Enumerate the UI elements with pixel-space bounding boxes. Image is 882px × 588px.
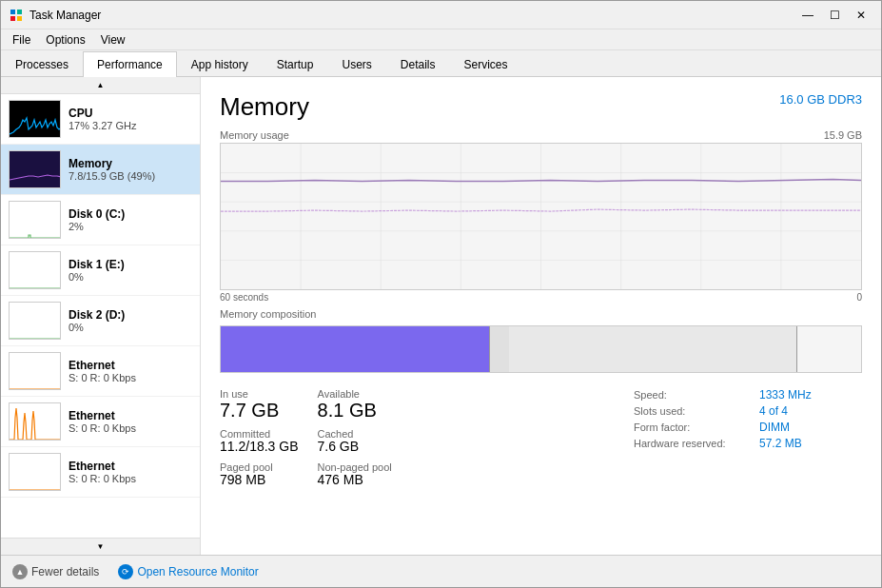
memory-usage-section: Memory usage 15.9 GB: [220, 129, 862, 303]
comp-bar: [221, 326, 861, 372]
memory-thumbnail: [9, 150, 61, 188]
window-controls: — ☐ ✕: [795, 6, 873, 25]
cpu-value: 17% 3.27 GHz: [69, 120, 192, 131]
disk1-label: Disk 1 (E:): [69, 258, 192, 271]
task-manager-window: Task Manager — ☐ ✕ File Options View Pro…: [0, 0, 882, 588]
in-use-label: In use: [220, 388, 299, 400]
memory-label: Memory: [69, 157, 192, 170]
ethernet3-thumbnail: [9, 453, 61, 491]
nonpaged-value: 476 MB: [318, 473, 392, 487]
tabs-bar: Processes Performance App history Startu…: [1, 50, 881, 77]
sidebar-item-memory[interactable]: Memory 7.8/15.9 GB (49%): [1, 145, 200, 195]
maximize-button[interactable]: ☐: [822, 6, 847, 25]
chart-time-labels: 60 seconds 0: [220, 292, 862, 303]
comp-seg-free: [797, 326, 861, 372]
paged-value: 798 MB: [220, 473, 299, 487]
tab-users[interactable]: Users: [327, 51, 385, 77]
ethernet2-label: Ethernet: [69, 409, 192, 422]
main-chart-container: [220, 143, 862, 290]
hw-label: Hardware reserved:: [634, 438, 748, 449]
sidebar-item-ethernet2[interactable]: Ethernet S: 0 R: 0 Kbps: [1, 397, 200, 447]
tab-processes[interactable]: Processes: [1, 51, 83, 77]
sidebar-item-disk1[interactable]: Disk 1 (E:) 0%: [1, 245, 200, 296]
tab-services[interactable]: Services: [450, 51, 522, 77]
fewer-details-link[interactable]: ▲ Fewer details: [12, 564, 99, 579]
stats-right: Speed: 1333 MHz Slots used: 4 of 4 Form …: [634, 388, 862, 488]
bottom-bar: ▲ Fewer details ⟳ Open Resource Monitor: [1, 555, 881, 587]
menu-options[interactable]: Options: [38, 31, 92, 49]
stats-col-2: Available 8.1 GB Cached 7.6 GB Non-paged…: [318, 388, 392, 488]
tab-startup[interactable]: Startup: [263, 51, 328, 77]
fewer-details-label: Fewer details: [31, 565, 99, 578]
menu-file[interactable]: File: [5, 31, 38, 49]
stat-paged: Paged pool 798 MB: [220, 461, 299, 487]
speed-row: Speed: 1333 MHz: [634, 388, 862, 402]
committed-value: 11.2/18.3 GB: [220, 440, 299, 454]
stats-left: In use 7.7 GB Committed 11.2/18.3 GB Pag…: [220, 388, 634, 488]
main-content: ▲ CPU 17% 3.27 GHz: [1, 77, 881, 555]
ethernet3-info: Ethernet S: 0 R: 0 Kbps: [69, 460, 192, 484]
cpu-info: CPU 17% 3.27 GHz: [69, 107, 192, 131]
disk2-label: Disk 2 (D:): [69, 308, 192, 322]
open-monitor-label: Open Resource Monitor: [137, 565, 258, 578]
slots-row: Slots used: 4 of 4: [634, 404, 862, 418]
svg-rect-3: [17, 16, 22, 21]
memory-info: Memory 7.8/15.9 GB (49%): [69, 157, 192, 182]
open-monitor-link[interactable]: ⟳ Open Resource Monitor: [118, 564, 258, 579]
ethernet1-info: Ethernet S: 0 R: 0 Kbps: [69, 359, 192, 383]
chart-label-text: Memory usage: [220, 129, 289, 141]
memory-comp-section: Memory composition: [220, 308, 862, 373]
slots-label: Slots used:: [634, 405, 748, 417]
chart-max-label: 15.9 GB: [824, 129, 862, 141]
sidebar-list: CPU 17% 3.27 GHz Memory 7.8/15.9 GB (49%…: [1, 94, 200, 538]
sidebar-item-ethernet3[interactable]: Ethernet S: 0 R: 0 Kbps: [1, 447, 200, 498]
form-value: DIMM: [759, 421, 790, 434]
open-monitor-icon: ⟳: [118, 564, 133, 579]
ethernet2-value: S: 0 R: 0 Kbps: [69, 422, 192, 434]
close-button[interactable]: ✕: [849, 6, 873, 25]
panel-header: Memory 16.0 GB DDR3: [220, 92, 862, 122]
ethernet3-value: S: 0 R: 0 Kbps: [69, 473, 192, 484]
scroll-up-icon: ▲: [97, 81, 105, 89]
form-label: Form factor:: [634, 421, 748, 433]
stats-area: In use 7.7 GB Committed 11.2/18.3 GB Pag…: [220, 388, 862, 488]
sidebar-item-disk2[interactable]: Disk 2 (D:) 0%: [1, 296, 200, 346]
disk0-info: Disk 0 (C:) 2%: [69, 207, 192, 232]
scroll-up-button[interactable]: ▲: [1, 77, 200, 94]
menu-view[interactable]: View: [93, 31, 133, 49]
disk1-value: 0%: [69, 271, 192, 283]
svg-rect-0: [10, 10, 15, 14]
comp-chart-container: [220, 325, 862, 373]
form-row: Form factor: DIMM: [634, 421, 862, 434]
cpu-thumbnail: [9, 100, 61, 138]
minimize-button[interactable]: —: [795, 6, 820, 25]
left-panel: ▲ CPU 17% 3.27 GHz: [1, 77, 201, 555]
window-title: Task Manager: [29, 9, 795, 22]
available-value: 8.1 GB: [318, 400, 392, 421]
cached-value: 7.6 GB: [318, 440, 392, 454]
tab-app-history[interactable]: App history: [177, 51, 263, 77]
tab-performance[interactable]: Performance: [83, 51, 177, 77]
stats-col-1: In use 7.7 GB Committed 11.2/18.3 GB Pag…: [220, 388, 299, 488]
disk0-label: Disk 0 (C:): [69, 207, 192, 221]
comp-seg-standby: [509, 326, 797, 372]
ethernet1-value: S: 0 R: 0 Kbps: [69, 372, 192, 383]
sidebar-item-ethernet1[interactable]: Ethernet S: 0 R: 0 Kbps: [1, 346, 200, 397]
sidebar-item-cpu[interactable]: CPU 17% 3.27 GHz: [1, 94, 200, 145]
svg-rect-2: [10, 16, 15, 21]
sidebar-item-disk0[interactable]: Disk 0 (C:) 2%: [1, 195, 200, 245]
ethernet1-label: Ethernet: [69, 359, 192, 372]
ethernet2-thumbnail: [9, 402, 61, 441]
disk1-info: Disk 1 (E:) 0%: [69, 258, 192, 283]
comp-label-text: Memory composition: [220, 308, 316, 320]
ethernet1-thumbnail: [9, 352, 61, 390]
slots-value: 4 of 4: [759, 404, 788, 418]
fewer-details-icon: ▲: [12, 564, 28, 579]
comp-seg-modified: [490, 326, 509, 372]
chart-label-row: Memory usage 15.9 GB: [220, 129, 862, 141]
hw-value: 57.2 MB: [759, 437, 802, 450]
scroll-down-icon: ▼: [97, 542, 105, 551]
tab-details[interactable]: Details: [386, 51, 450, 77]
stat-available: Available 8.1 GB: [318, 388, 392, 421]
scroll-down-button[interactable]: ▼: [1, 538, 200, 555]
